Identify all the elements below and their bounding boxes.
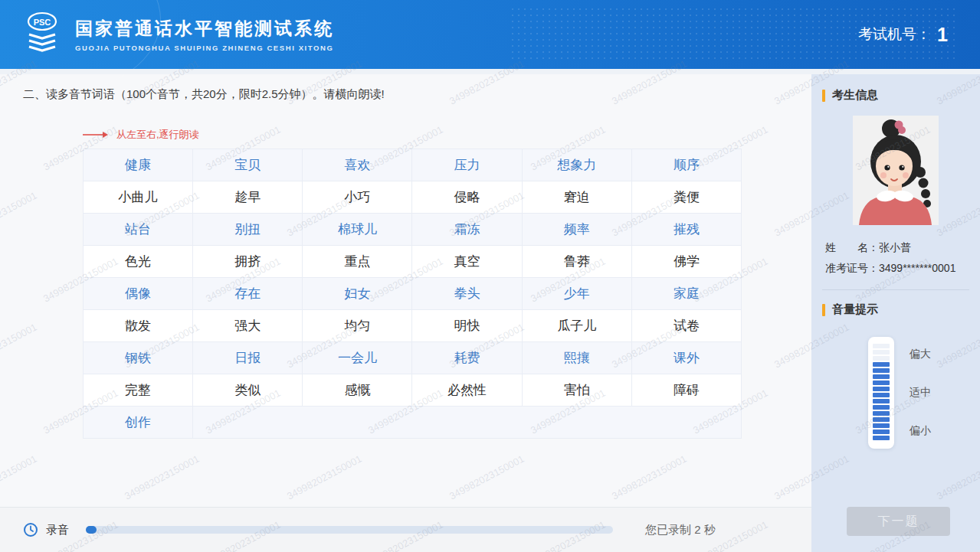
meter-segment (873, 430, 890, 434)
word-cell: 窘迫 (522, 181, 631, 214)
word-cell: 少年 (522, 278, 631, 310)
app-subtitle: GUOJIA PUTONGHUA SHUIPING ZHINENG CESHI … (75, 44, 334, 52)
word-cell: 真空 (412, 246, 522, 278)
table-row: 散发强大均匀明快瓜子儿试卷 (84, 310, 742, 342)
volume-title-text: 音量提示 (832, 302, 878, 317)
table-row: 偶像存在妇女拳头少年家庭 (84, 278, 742, 310)
word-cell: 妇女 (303, 278, 412, 310)
meter-segment (873, 399, 890, 403)
word-cell: 压力 (412, 149, 522, 181)
word-cell: 存在 (193, 278, 303, 310)
word-cell: 霜冻 (412, 214, 522, 246)
record-label: 录音 (46, 523, 69, 537)
table-row: 创作 (84, 407, 742, 439)
word-cell: 耗费 (412, 342, 522, 374)
word-cell: 均匀 (303, 310, 412, 342)
candidate-info-title: 考生信息 (811, 88, 980, 103)
volume-meter (868, 337, 894, 449)
word-table: 健康宝贝喜欢压力想象力顺序小曲儿趁早小巧侵略窘迫粪便站台别扭棉球儿霜冻频率摧残色… (83, 149, 742, 439)
word-table-body: 健康宝贝喜欢压力想象力顺序小曲儿趁早小巧侵略窘迫粪便站台别扭棉球儿霜冻频率摧残色… (84, 149, 742, 439)
word-cell: 障碍 (631, 374, 741, 407)
exam-machine-number: 考试机号： 1 (858, 24, 948, 46)
meter-segment (873, 362, 890, 367)
table-row: 钢铁日报一会儿耗费熙攘课外 (84, 342, 742, 374)
psc-logo-icon: PSC (20, 11, 64, 58)
candidate-photo (853, 116, 939, 225)
name-label: 姓 名： (825, 241, 879, 253)
meter-segment (873, 356, 890, 361)
candidate-id-row: 准考证号：3499*******0001 (825, 258, 966, 279)
meter-segment (873, 344, 890, 348)
sidebar-divider (822, 289, 969, 290)
empty-cell (193, 407, 742, 439)
word-cell: 创作 (84, 407, 193, 439)
word-cell: 频率 (522, 214, 631, 246)
word-cell: 完整 (84, 374, 193, 407)
word-cell: 站台 (84, 214, 193, 246)
table-row: 小曲儿趁早小巧侵略窘迫粪便 (84, 181, 742, 214)
word-cell: 重点 (303, 246, 412, 278)
meter-segment (873, 381, 890, 385)
table-row: 站台别扭棉球儿霜冻频率摧残 (84, 214, 742, 246)
word-cell: 拥挤 (193, 246, 303, 278)
candidate-info-title-text: 考生信息 (832, 88, 878, 103)
word-cell: 瓜子儿 (522, 310, 631, 342)
record-progress-track (86, 526, 613, 534)
reading-direction-hint: 从左至右,逐行朗读 (83, 128, 199, 142)
volume-label-soft: 偏小 (910, 424, 931, 438)
word-cell: 棉球儿 (303, 214, 412, 246)
word-cell: 试卷 (631, 310, 741, 342)
word-cell: 日报 (193, 342, 303, 374)
word-cell: 想象力 (522, 149, 631, 181)
candidate-info: 姓 名：张小普 准考证号：3499*******0001 (811, 237, 980, 279)
volume-labels: 偏大 适中 偏小 (894, 337, 931, 449)
word-cell: 课外 (631, 342, 741, 374)
meter-segment (873, 417, 890, 422)
meter-segment (873, 368, 890, 373)
word-cell: 拳头 (412, 278, 522, 310)
volume-label-medium: 适中 (910, 386, 931, 400)
app-title-block: 国家普通话水平智能测试系统 GUOJIA PUTONGHUA SHUIPING … (75, 17, 334, 52)
page: PSC 国家普通话水平智能测试系统 GUOJIA PUTONGHUA SHUIP… (0, 0, 980, 552)
main-content: 二、读多音节词语（100个音节，共20分，限时2.5分钟）。请横向朗读! 从左至… (0, 74, 811, 507)
meter-segment (873, 411, 890, 416)
record-progress-fill (86, 526, 97, 534)
word-cell: 佛学 (631, 246, 741, 278)
word-cell: 害怕 (522, 374, 631, 407)
machine-number-value: 1 (937, 24, 948, 46)
machine-number-label: 考试机号： (858, 24, 931, 44)
meter-segment (873, 436, 890, 440)
word-cell: 偶像 (84, 278, 193, 310)
word-cell: 感慨 (303, 374, 412, 407)
svg-text:PSC: PSC (34, 18, 51, 27)
section-marker (822, 90, 825, 102)
meter-segment (873, 423, 890, 428)
instruction-text: 二、读多音节词语（100个音节，共20分，限时2.5分钟）。请横向朗读! (23, 87, 385, 102)
reading-hint-text: 从左至右,逐行朗读 (116, 128, 199, 142)
id-value: 3499*******0001 (879, 262, 955, 274)
id-label: 准考证号： (825, 262, 879, 274)
table-row: 完整类似感慨必然性害怕障碍 (84, 374, 742, 407)
word-cell: 侵略 (412, 181, 522, 214)
word-cell: 摧残 (631, 214, 741, 246)
word-cell: 别扭 (193, 214, 303, 246)
meter-segment (873, 387, 890, 391)
word-cell: 明快 (412, 310, 522, 342)
next-question-button[interactable]: 下一题 (847, 507, 950, 536)
word-cell: 顺序 (631, 149, 741, 181)
clock-icon (23, 522, 38, 537)
girl-avatar (853, 116, 939, 225)
word-cell: 粪便 (631, 181, 741, 214)
word-cell: 小巧 (303, 181, 412, 214)
meter-segment (873, 393, 890, 397)
word-cell: 色光 (84, 246, 193, 278)
word-cell: 小曲儿 (84, 181, 193, 214)
meter-segment (873, 350, 890, 354)
word-cell: 钢铁 (84, 342, 193, 374)
word-cell: 家庭 (631, 278, 741, 310)
word-cell: 健康 (84, 149, 193, 181)
word-cell: 散发 (84, 310, 193, 342)
arrow-right-icon (83, 131, 109, 139)
word-cell: 趁早 (193, 181, 303, 214)
recorded-time-text: 您已录制 2 秒 (645, 523, 716, 537)
